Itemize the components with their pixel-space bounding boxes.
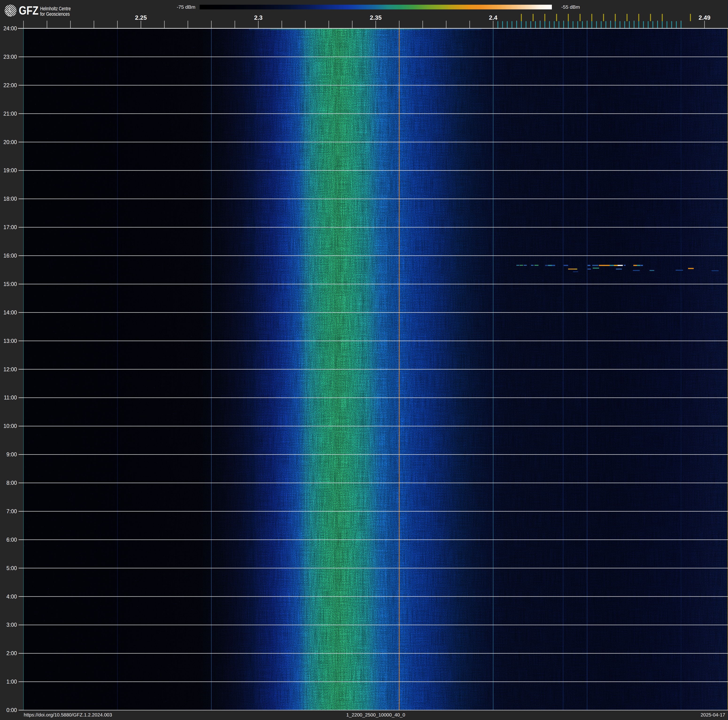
svg-text:4:00: 4:00 — [6, 594, 17, 600]
svg-text:https://doi.org/10.5880/GFZ.1.: https://doi.org/10.5880/GFZ.1.2.2024.003 — [24, 712, 112, 717]
svg-text:14:00: 14:00 — [3, 309, 17, 316]
svg-text:-55 dBm: -55 dBm — [561, 4, 580, 10]
svg-text:1_2200_2500_10000_40_0: 1_2200_2500_10000_40_0 — [346, 712, 405, 718]
svg-text:1:00: 1:00 — [6, 679, 17, 685]
svg-text:2.25: 2.25 — [135, 14, 147, 21]
svg-text:12:00: 12:00 — [3, 366, 17, 372]
svg-text:11:00: 11:00 — [4, 395, 17, 401]
svg-text:22:00: 22:00 — [3, 82, 17, 88]
svg-text:2.35: 2.35 — [370, 14, 382, 21]
svg-text:2.4: 2.4 — [489, 14, 498, 21]
svg-text:9:00: 9:00 — [6, 451, 17, 458]
svg-text:24:00: 24:00 — [3, 25, 17, 32]
svg-text:21:00: 21:00 — [3, 111, 17, 117]
svg-text:-75 dBm: -75 dBm — [177, 4, 196, 10]
svg-text:16:00: 16:00 — [3, 253, 17, 259]
svg-text:20:00: 20:00 — [3, 139, 17, 145]
svg-text:2025-04-17: 2025-04-17 — [700, 712, 725, 717]
svg-text:23:00: 23:00 — [3, 54, 17, 60]
svg-text:2.49: 2.49 — [699, 14, 711, 21]
svg-text:GFZ: GFZ — [19, 4, 38, 17]
svg-text:13:00: 13:00 — [3, 338, 17, 344]
svg-text:10:00: 10:00 — [3, 423, 17, 429]
svg-text:3:00: 3:00 — [6, 622, 17, 628]
svg-text:7:00: 7:00 — [6, 508, 17, 515]
svg-text:for Geosciences: for Geosciences — [40, 11, 70, 17]
svg-text:0:00: 0:00 — [6, 707, 17, 713]
svg-text:17:00: 17:00 — [3, 224, 17, 230]
svg-text:19:00: 19:00 — [3, 167, 17, 173]
svg-text:5:00: 5:00 — [6, 565, 17, 571]
svg-text:Helmholtz Centre: Helmholtz Centre — [40, 6, 71, 12]
svg-text:2:00: 2:00 — [6, 650, 17, 656]
svg-text:18:00: 18:00 — [3, 196, 17, 202]
svg-text:6:00: 6:00 — [6, 537, 17, 543]
svg-text:8:00: 8:00 — [6, 480, 17, 486]
svg-text:15:00: 15:00 — [3, 281, 17, 287]
svg-text:2.3: 2.3 — [254, 14, 263, 21]
